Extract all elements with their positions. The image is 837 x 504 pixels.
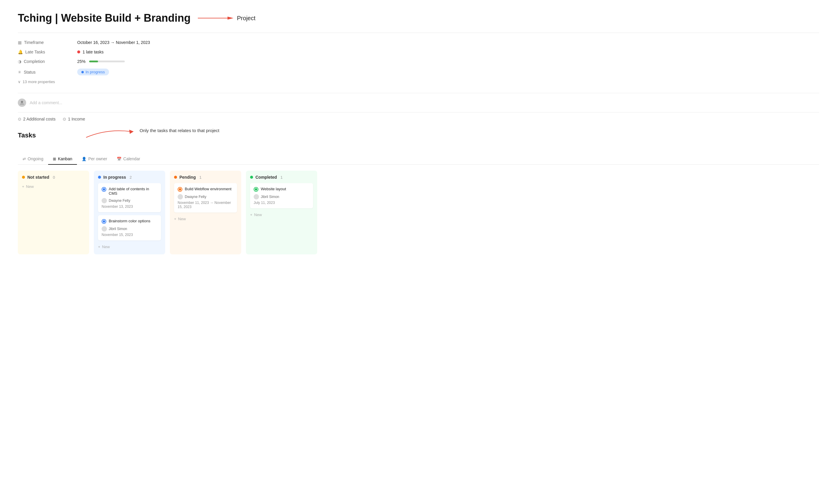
status-row: ✳ Status In progress — [18, 66, 819, 78]
task-card-brainstorm[interactable]: Brainstorm color options Jibril Simon No… — [98, 215, 161, 240]
circle-icon: ◑ — [18, 59, 21, 64]
task-assignee-website-layout: Jibril Simon — [254, 194, 309, 200]
late-tasks-value: 1 late tasks — [77, 50, 104, 54]
in-progress-title: In progress — [103, 175, 126, 180]
column-not-started: Not started 0 + New — [18, 171, 89, 254]
completion-row: ◑ Completion 25% — [18, 57, 819, 66]
not-started-title: Not started — [27, 175, 49, 180]
task-date-brainstorm: November 15, 2023 — [102, 233, 157, 237]
cost-icon: ⊙ — [18, 117, 21, 122]
properties-section: ▦ Timeframe October 16, 2023 → November … — [18, 33, 819, 86]
red-dot-icon — [77, 51, 80, 53]
per-owner-icon: 👤 — [82, 157, 86, 161]
task-check-brainstorm — [102, 219, 106, 224]
status-label: ✳ Status — [18, 70, 77, 75]
completed-count: 1 — [280, 175, 283, 180]
svg-marker-1 — [228, 17, 233, 20]
assignee-avatar-website-layout — [254, 194, 259, 200]
new-task-not-started[interactable]: + New — [22, 183, 85, 190]
page-title-group: Tching | Website Build + Branding Projec… — [18, 12, 819, 24]
completed-title: Completed — [255, 175, 277, 180]
timeframe-label: ▦ Timeframe — [18, 40, 77, 45]
status-value: In progress — [77, 69, 109, 75]
column-header-pending: Pending 1 — [174, 175, 237, 180]
tab-ongoing[interactable]: ⇄ Ongoing — [18, 154, 48, 165]
annotation-arrow-svg — [83, 126, 143, 141]
not-started-count: 0 — [53, 175, 55, 180]
comment-section: Add a comment... — [18, 93, 819, 112]
avatar — [18, 98, 26, 107]
tabs-container: ⇄ Ongoing ⊞ Kanban 👤 Per owner 📅 Calenda… — [18, 154, 819, 165]
plus-icon-not-started: + — [22, 184, 24, 189]
task-title-brainstorm: Brainstorm color options — [109, 219, 150, 223]
column-header-completed: Completed 1 — [250, 175, 313, 180]
comment-placeholder[interactable]: Add a comment... — [30, 100, 63, 105]
task-card-website-layout[interactable]: Website layout Jibril Simon July 11, 202… — [250, 183, 313, 208]
tab-kanban[interactable]: ⊞ Kanban — [48, 154, 77, 165]
status-icon: ✳ — [18, 70, 21, 75]
task-date-webflow: November 11, 2023 → November 15, 2023 — [178, 201, 233, 209]
plus-icon-in-progress: + — [98, 245, 101, 249]
task-assignee-webflow: Dwayne Felty — [178, 194, 233, 200]
new-task-pending[interactable]: + New — [174, 216, 237, 222]
svg-point-2 — [21, 101, 23, 103]
bell-icon: 🔔 — [18, 50, 23, 54]
costs-section: ⊙ 2 Additional costs ⊙ 1 Income — [18, 112, 819, 126]
column-completed: Completed 1 Website layout Jibril Simon … — [246, 171, 317, 254]
kanban-board: Not started 0 + New In progress 2 Add ta… — [18, 171, 819, 254]
tasks-title: Tasks — [18, 131, 36, 139]
page-title: Tching | Website Build + Branding — [18, 12, 191, 24]
new-task-in-progress[interactable]: + New — [98, 243, 161, 250]
calendar-tab-icon: 📅 — [117, 157, 122, 161]
completion-label: ◑ Completion — [18, 59, 77, 64]
task-title-website-layout: Website layout — [261, 187, 286, 191]
income-icon: ⊙ — [63, 117, 66, 122]
annotation-group: Only the tasks that relates to that proj… — [83, 126, 143, 141]
additional-costs-item[interactable]: ⊙ 2 Additional costs — [18, 117, 56, 122]
status-dot-icon — [82, 71, 84, 73]
task-title-webflow: Build Webflow environment — [185, 187, 231, 191]
task-card-webflow[interactable]: Build Webflow environment Dwayne Felty N… — [174, 183, 237, 212]
annotation-text: Only the tasks that relates to that proj… — [140, 128, 219, 133]
task-card-cms[interactable]: Add table of contents in CMS Dwayne Felt… — [98, 183, 161, 212]
ongoing-icon: ⇄ — [22, 157, 26, 161]
tab-calendar[interactable]: 📅 Calendar — [112, 154, 145, 165]
kanban-icon: ⊞ — [53, 157, 56, 161]
column-pending: Pending 1 Build Webflow environment Dway… — [170, 171, 241, 254]
not-started-dot — [22, 176, 25, 179]
pending-count: 1 — [199, 175, 201, 180]
progress-bar-bg — [89, 60, 125, 62]
new-task-completed[interactable]: + New — [250, 211, 313, 218]
svg-marker-3 — [129, 130, 133, 134]
assignee-avatar-cms — [102, 198, 107, 203]
assignee-avatar-webflow — [178, 194, 183, 200]
tasks-section: Tasks Only the tasks that relates to tha… — [18, 131, 819, 254]
title-arrow — [198, 15, 233, 21]
timeframe-value: October 16, 2023 → November 1, 2023 — [77, 40, 150, 45]
completed-dot — [250, 176, 253, 179]
income-item[interactable]: ⊙ 1 Income — [63, 117, 85, 122]
task-assignee-cms: Dwayne Felty — [102, 198, 157, 203]
column-header-in-progress: In progress 2 — [98, 175, 161, 180]
task-check-webflow — [178, 187, 182, 192]
assignee-avatar-brainstorm — [102, 226, 107, 231]
task-date-website-layout: July 11, 2023 — [254, 201, 309, 205]
task-title-cms: Add table of contents in CMS — [109, 187, 157, 195]
status-badge[interactable]: In progress — [77, 69, 109, 75]
in-progress-dot — [98, 176, 101, 179]
progress-bar-fill — [89, 60, 98, 62]
pending-dot — [174, 176, 177, 179]
tab-per-owner[interactable]: 👤 Per owner — [77, 154, 112, 165]
task-check-website-layout — [254, 187, 259, 192]
additional-costs-label: 2 Additional costs — [23, 117, 56, 122]
pending-title: Pending — [179, 175, 196, 180]
column-in-progress: In progress 2 Add table of contents in C… — [94, 171, 165, 254]
column-header-not-started: Not started 0 — [22, 175, 85, 180]
calendar-icon: ▦ — [18, 40, 22, 45]
timeframe-row: ▦ Timeframe October 16, 2023 → November … — [18, 38, 819, 47]
more-properties-toggle[interactable]: ∨ 13 more properties — [18, 78, 819, 86]
task-assignee-brainstorm: Jibril Simon — [102, 226, 157, 231]
income-label: 1 Income — [68, 117, 85, 122]
project-label: Project — [237, 15, 255, 22]
plus-icon-completed: + — [250, 212, 252, 217]
